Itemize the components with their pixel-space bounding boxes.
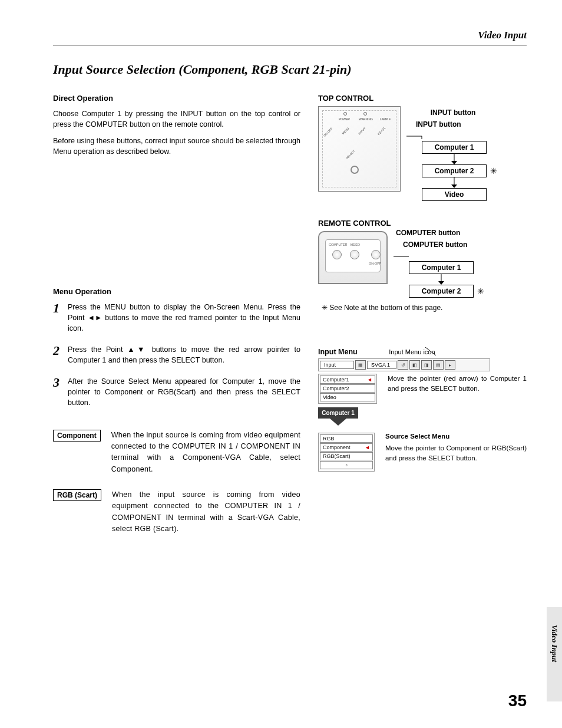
remote-control-heading: REMOTE CONTROL (318, 219, 527, 228)
option-rgb-scart-label: RGB (Scart) (53, 489, 101, 501)
remote-diagram: COMPUTER VIDEO ON-OFF (318, 231, 388, 284)
step-text-2: Press the Point ▲▼ buttons to move the r… (68, 344, 300, 365)
remote-onoff-button-icon (371, 250, 381, 259)
remote-computer-button-icon (332, 250, 342, 259)
menu-icon: ▸ (445, 360, 455, 370)
select-ring-icon (351, 166, 359, 174)
input-menu-text2: Move the pointer to Component or RGB(Sca… (385, 443, 527, 464)
step-num-2: 2 (53, 344, 59, 365)
source-select-heading: Source Select Menu (385, 433, 527, 440)
computer1-dark-box: Computer 1 (318, 407, 358, 419)
panel-menu-label: MENU (341, 127, 350, 136)
direct-op-heading: Direct Operation (53, 94, 300, 103)
asterisk-icon: ✳ (490, 166, 497, 176)
remote-computer-label: COMPUTER (329, 243, 347, 246)
top-control-heading: TOP CONTROL (318, 94, 527, 103)
direct-op-p1: Choose Computer 1 by pressing the INPUT … (53, 108, 300, 130)
led-dot-icon (363, 112, 367, 116)
panel-lamp-label: LAMP F (380, 117, 391, 121)
side-tab-label: Video Input (550, 625, 559, 662)
top-control-panel-diagram: POWER WARNING LAMP F ON-OFF MENU INPUT K… (318, 106, 401, 192)
down-arrow-icon (409, 274, 474, 285)
computer-box-1: Computer 1 (409, 261, 474, 274)
input-menu-item: Video (320, 393, 375, 401)
source-close-icon: ▫ (320, 461, 373, 469)
option-component-text: When the input source is coming from vid… (111, 430, 300, 476)
source-item: Component◄ (320, 443, 373, 452)
input-menu-list: Computer1◄ Computer2 Video (318, 374, 377, 404)
input-box-computer2: Computer 2 (422, 164, 487, 177)
input-button-label-top: INPUT button (409, 108, 497, 117)
input-button-label-sub: INPUT button (416, 120, 497, 129)
step-num-3: 3 (53, 376, 59, 408)
red-arrow-icon: ◄ (365, 444, 370, 450)
asterisk-icon: ✳ (477, 286, 484, 296)
step-text-3: After the Source Select Menu appeared fo… (68, 376, 300, 408)
step-text-1: Press the MENU button to display the On-… (68, 302, 300, 334)
menu-op-heading: Menu Operation (53, 287, 300, 296)
input-menu-item: Computer1◄ (320, 375, 375, 384)
option-component-label: Component (53, 430, 101, 442)
note-text: ✳ See Note at the bottom of this page. (322, 304, 527, 312)
menu-icon: ↺ (398, 360, 408, 370)
panel-warning-label: WARNING (359, 117, 373, 121)
pointer-line-icon (425, 347, 443, 355)
section-header: Video Input (53, 29, 527, 45)
computer-button-label-top: COMPUTER button (396, 229, 484, 237)
connector-line-icon (406, 133, 495, 139)
panel-input-label: INPUT (358, 127, 366, 136)
input-menu-heading: Input Menu (318, 348, 358, 356)
input-menu-item: Computer2 (320, 384, 375, 393)
remote-video-label: VIDEO (350, 243, 360, 246)
page-title: Input Source Selection (Component, RGB S… (53, 62, 527, 77)
down-arrow-icon (422, 177, 487, 188)
menu-icon: ◨ (421, 360, 432, 370)
menu-icon: ◧ (409, 360, 420, 370)
computer-box-2: Computer 2 (409, 285, 474, 298)
remote-onoff-label: ON-OFF (369, 262, 381, 265)
input-menu-mode: SVGA 1 (367, 361, 396, 369)
connector-line-icon (394, 253, 482, 259)
step-num-1: 1 (53, 302, 59, 334)
panel-keyst-label: KEYST. (376, 126, 386, 136)
source-item: RGB(Scart) (320, 452, 373, 460)
option-rgb-scart-text: When the input source is coming from vid… (112, 489, 300, 535)
remote-video-button-icon (350, 250, 359, 259)
panel-onoff-label: ON-OFF (323, 127, 333, 137)
input-box-computer1: Computer 1 (422, 141, 487, 154)
panel-select-label: SELECT (345, 149, 356, 160)
input-menu-label: Input (320, 361, 354, 369)
svg-line-8 (425, 347, 436, 355)
computer-button-label-sub: COMPUTER button (403, 241, 484, 249)
input-box-video: Video (422, 188, 487, 201)
down-arrow-icon (422, 154, 487, 164)
red-arrow-icon: ◄ (367, 377, 372, 383)
input-menu-topbar: Input ▦ SVGA 1 ↺ ◧ ◨ ▤ ▸ (318, 358, 490, 371)
source-select-list: RGB Component◄ RGB(Scart) ▫ (318, 433, 375, 472)
input-menu-text1: Move the pointer (red arrow) to Computer… (388, 374, 527, 394)
page-number: 35 (508, 691, 527, 710)
led-dot-icon (343, 112, 347, 116)
menu-icon: ▦ (355, 360, 366, 370)
source-item: RGB (320, 434, 373, 443)
menu-icon: ▤ (433, 360, 444, 370)
direct-op-p2: Before using these buttons, correct inpu… (53, 136, 300, 157)
panel-power-label: POWER (339, 117, 350, 121)
